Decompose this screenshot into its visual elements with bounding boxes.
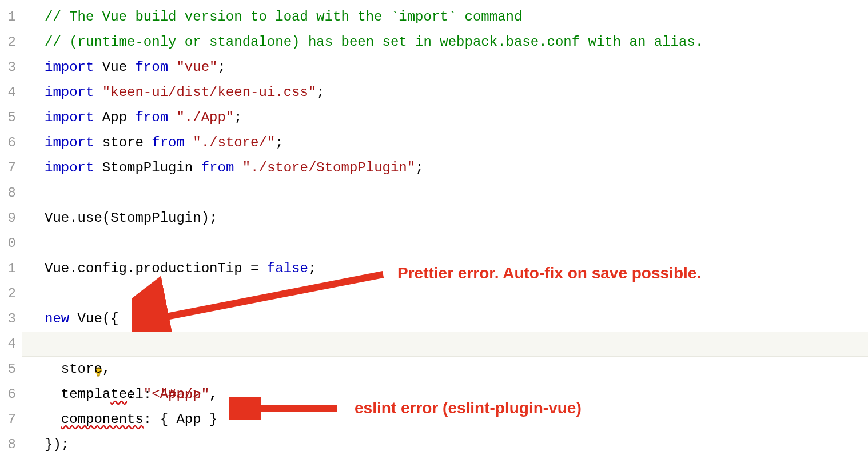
code-line[interactable]: import StompPlugin from "./store/StompPl… xyxy=(22,155,868,181)
code-line[interactable]: Vue.config.productionTip = false; xyxy=(22,256,868,281)
code-line-active[interactable]: el: "#app", xyxy=(22,332,868,357)
line-number: 4 xyxy=(0,80,16,105)
line-number: 0 xyxy=(0,231,16,256)
punct-token: ; xyxy=(308,261,316,276)
property-value: : { App } xyxy=(144,412,218,427)
indent xyxy=(45,412,61,427)
string-token: "keen-ui/dist/keen-ui.css" xyxy=(102,85,316,100)
string-token: "<App/>" xyxy=(144,386,209,402)
line-number: ▶3 xyxy=(0,306,16,332)
keyword-token: import xyxy=(45,110,94,125)
code-line[interactable]: // (runtime-only or standalone) has been… xyxy=(22,30,868,55)
identifier-token: Vue xyxy=(102,59,127,75)
line-number: 8 xyxy=(0,432,16,455)
keyword-token: false xyxy=(267,261,308,276)
line-number: 1 xyxy=(0,256,16,281)
line-number: 5 xyxy=(0,105,16,130)
identifier-token: App xyxy=(102,110,127,125)
keyword-token: import xyxy=(45,85,94,100)
code-line[interactable]: template: "<App/>", xyxy=(22,382,868,407)
code-line[interactable]: components: { App } xyxy=(22,407,868,432)
punct-token: ; xyxy=(234,110,242,125)
line-number: 9 xyxy=(0,206,16,231)
keyword-token: new xyxy=(45,311,69,326)
statement-token: store, xyxy=(61,361,110,377)
line-number: 2 xyxy=(0,30,16,55)
punct-token: ; xyxy=(316,85,324,100)
code-line[interactable]: }); xyxy=(22,432,868,455)
line-number: 3 xyxy=(0,55,16,80)
error-squiggle: components xyxy=(61,412,144,427)
line-number: 4 xyxy=(0,332,16,357)
lightbulb-icon[interactable] xyxy=(26,338,39,350)
code-line[interactable] xyxy=(22,181,868,206)
line-number: 7 xyxy=(0,155,16,181)
code-line[interactable] xyxy=(22,281,868,306)
identifier-token: Vue({ xyxy=(69,311,118,326)
code-editor[interactable]: 1 2 3 4 5 6 7 8 9 0 1 2 ▶3 4 5 6 7 8 // … xyxy=(0,0,868,455)
statement-token: }); xyxy=(45,437,69,452)
code-line[interactable]: Vue.use(StompPlugin); xyxy=(22,206,868,231)
lhs-token: Vue.config.productionTip = xyxy=(45,261,267,276)
property-key: template: xyxy=(61,386,144,402)
keyword-token: import xyxy=(45,59,94,75)
line-number: 5 xyxy=(0,357,16,382)
line-number: 2 xyxy=(0,281,16,306)
code-line[interactable]: import App from "./App"; xyxy=(22,105,868,130)
keyword-token: from xyxy=(135,110,168,125)
keyword-token: import xyxy=(45,135,94,150)
line-number: 7 xyxy=(0,407,16,432)
punct-token: ; xyxy=(275,135,283,150)
indent xyxy=(45,386,61,402)
line-number: 6 xyxy=(0,382,16,407)
code-area[interactable]: // The Vue build version to load with th… xyxy=(22,0,868,455)
keyword-token: import xyxy=(45,160,94,175)
comment-token: // The Vue build version to load with th… xyxy=(45,9,522,25)
indent xyxy=(45,361,61,377)
string-token: "./store/" xyxy=(193,135,275,150)
code-line[interactable] xyxy=(22,231,868,256)
string-token: "./store/StompPlugin" xyxy=(242,160,415,175)
line-number: 8 xyxy=(0,181,16,206)
line-number: 1 xyxy=(0,5,16,30)
line-number-gutter: 1 2 3 4 5 6 7 8 9 0 1 2 ▶3 4 5 6 7 8 xyxy=(0,0,22,455)
line-number: 6 xyxy=(0,130,16,155)
string-token: "vue" xyxy=(176,59,217,75)
identifier-token: store xyxy=(102,135,144,150)
keyword-token: from xyxy=(152,135,185,150)
code-line[interactable]: import store from "./store/"; xyxy=(22,130,868,155)
statement-token: Vue.use(StompPlugin); xyxy=(45,210,217,226)
code-line[interactable]: // The Vue build version to load with th… xyxy=(22,5,868,30)
punct-token: ; xyxy=(415,160,423,175)
code-line[interactable]: import "keen-ui/dist/keen-ui.css"; xyxy=(22,80,868,105)
comment-token: // (runtime-only or standalone) has been… xyxy=(45,34,703,50)
identifier-token: StompPlugin xyxy=(102,160,193,175)
code-line[interactable]: new Vue({ xyxy=(22,306,868,332)
keyword-token: from xyxy=(201,160,234,175)
string-token: "./App" xyxy=(176,110,234,125)
code-line[interactable]: import Vue from "vue"; xyxy=(22,55,868,80)
keyword-token: from xyxy=(135,59,168,75)
code-line[interactable]: store, xyxy=(22,357,868,382)
punct-token: ; xyxy=(217,59,225,75)
punct-token: , xyxy=(209,386,217,402)
